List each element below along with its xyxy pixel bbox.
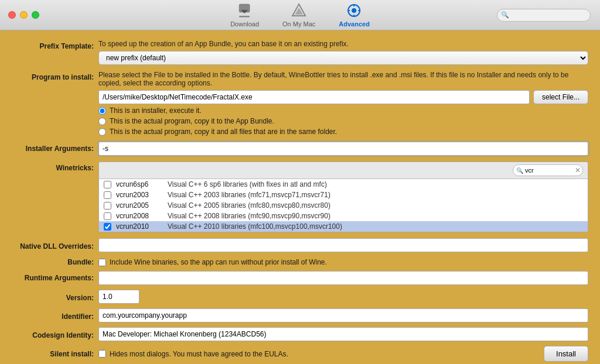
minimize-button[interactable]: [20, 11, 28, 19]
maximize-button[interactable]: [32, 11, 39, 19]
codesign-input[interactable]: [98, 327, 588, 341]
winetricks-search-input[interactable]: [513, 164, 583, 176]
winetricks-list: vcrun6sp6 Visual C++ 6 sp6 libraries (wi…: [99, 179, 588, 232]
wt-item-vcrun2008[interactable]: vcrun2008 Visual C++ 2008 libraries (mfc…: [99, 211, 588, 221]
tab-onmymac-label: On My Mac: [282, 20, 315, 28]
tab-download[interactable]: Download: [219, 0, 271, 31]
svg-rect-2: [240, 16, 250, 18]
radio-copy-folder-input[interactable]: [98, 128, 106, 136]
wt-desc-vcrun2010: Visual C++ 2010 libraries (mfc100,msvcp1…: [168, 222, 342, 231]
bundle-row: Bundle: Include Wine binaries, so the ap…: [12, 258, 588, 266]
prefix-template-row: Prefix Template: To speed up the creatio…: [12, 40, 588, 65]
codesign-row: Codesign Identity:: [12, 327, 588, 341]
close-button[interactable]: [8, 11, 16, 19]
svg-point-6: [352, 8, 357, 13]
wt-checkbox-vcrun2008[interactable]: [104, 212, 111, 220]
wt-checkbox-vcrun2005[interactable]: [104, 202, 111, 210]
file-path-input[interactable]: [98, 90, 530, 104]
wt-desc-vcrun2003: Visual C++ 2003 libraries (mfc71,msvcp71…: [168, 191, 330, 199]
silent-install-content: Hides most dialogs. You must have agreed…: [98, 346, 588, 362]
winetricks-search-bar: ✕: [99, 162, 588, 179]
radio-installer-input[interactable]: [98, 107, 106, 115]
identifier-row: Identifier:: [12, 308, 588, 322]
wt-name-vcrun2010: vcrun2010: [116, 222, 163, 231]
wt-desc-vcrun2005: Visual C++ 2005 libraries (mfc80,msvcp80…: [168, 201, 330, 210]
silent-install-label: Silent install:: [12, 350, 94, 358]
prefix-template-label: Prefix Template:: [12, 40, 94, 50]
codesign-label: Codesign Identity:: [12, 329, 94, 339]
runtime-args-row: Runtime Arguments:: [12, 271, 588, 285]
winetricks-search-clear[interactable]: ✕: [575, 166, 581, 174]
prefix-template-desc: To speed up the creation of an App Bundl…: [98, 40, 588, 48]
silent-checkbox[interactable]: [98, 350, 106, 358]
wt-checkbox-vcrun2003[interactable]: [104, 191, 111, 199]
wt-checkbox-vcrun6sp6[interactable]: [104, 181, 111, 188]
wt-item-vcrun6sp6[interactable]: vcrun6sp6 Visual C++ 6 sp6 libraries (wi…: [99, 179, 588, 190]
program-to-install-row: Program to install: Please select the Fi…: [12, 71, 588, 136]
select-file-button[interactable]: select File...: [533, 90, 588, 104]
search-area: [497, 9, 591, 22]
bundle-checkbox-label[interactable]: Include Wine binaries, so the app can ru…: [98, 258, 327, 266]
native-dll-input[interactable]: [98, 238, 588, 252]
radio-copy-folder[interactable]: This is the actual program, copy it and …: [98, 128, 588, 136]
radio-group: This is an installer, execute it. This i…: [98, 107, 588, 136]
search-wrapper: [497, 9, 591, 22]
wt-item-vcrun2010[interactable]: vcrun2010 Visual C++ 2010 libraries (mfc…: [99, 221, 588, 232]
runtime-args-input[interactable]: [98, 271, 588, 285]
onmymac-icon: [291, 2, 307, 19]
download-icon: [237, 2, 253, 19]
wt-name-vcrun2005: vcrun2005: [116, 201, 163, 210]
winetricks-container: ✕ vcrun6sp6 Visual C++ 6 sp6 libraries (…: [98, 162, 588, 232]
version-input[interactable]: [98, 290, 139, 304]
traffic-lights: [0, 11, 39, 19]
winetricks-label: Winetricks:: [12, 162, 94, 172]
radio-copy-input[interactable]: [98, 118, 106, 125]
titlebar: Download On My Mac: [0, 0, 600, 30]
wt-desc-vcrun6sp6: Visual C++ 6 sp6 libraries (with fixes i…: [168, 180, 327, 188]
tab-advanced-label: Advanced: [339, 20, 370, 28]
radio-copy-folder-label: This is the actual program, copy it and …: [110, 128, 337, 136]
version-row: Version:: [12, 290, 588, 304]
wt-desc-vcrun2008: Visual C++ 2008 libraries (mfc90,msvcp90…: [168, 212, 330, 220]
identifier-input[interactable]: [98, 308, 588, 322]
installer-args-input[interactable]: [98, 142, 588, 156]
wt-checkbox-vcrun2010[interactable]: [104, 223, 111, 231]
install-button[interactable]: Install: [544, 346, 588, 362]
file-row: select File...: [98, 90, 588, 104]
program-to-install-content: Please select the File to be installed i…: [98, 71, 588, 136]
silent-install-row: Silent install: Hides most dialogs. You …: [12, 346, 588, 362]
identifier-content: [98, 308, 588, 322]
bundle-checkbox-text: Include Wine binaries, so the app can ru…: [110, 258, 327, 266]
radio-copy-label: This is the actual program, copy it to t…: [110, 117, 274, 125]
native-dll-content: [98, 238, 588, 252]
installer-args-row: Installer Arguments:: [12, 142, 588, 156]
installer-args-label: Installer Arguments:: [12, 145, 94, 153]
radio-installer[interactable]: This is an installer, execute it.: [98, 107, 588, 115]
codesign-content: [98, 327, 588, 341]
silent-checkbox-text: Hides most dialogs. You must have agreed…: [110, 350, 288, 358]
wt-name-vcrun6sp6: vcrun6sp6: [116, 180, 163, 188]
search-input[interactable]: [497, 9, 591, 22]
silent-checkbox-label[interactable]: Hides most dialogs. You must have agreed…: [98, 350, 288, 358]
tab-download-label: Download: [230, 20, 259, 28]
winetricks-row: Winetricks: ✕ vcrun6sp6 Visual C++ 6 sp6…: [12, 162, 588, 232]
runtime-args-content: [98, 271, 588, 285]
wt-name-vcrun2003: vcrun2003: [116, 191, 163, 199]
program-to-install-desc: Please select the File to be installed i…: [98, 71, 588, 87]
program-to-install-label: Program to install:: [12, 71, 94, 81]
tab-onmymac[interactable]: On My Mac: [271, 0, 327, 31]
bundle-label: Bundle:: [12, 258, 94, 266]
wt-item-vcrun2005[interactable]: vcrun2005 Visual C++ 2005 libraries (mfc…: [99, 200, 588, 211]
wt-name-vcrun2008: vcrun2008: [116, 212, 163, 220]
prefix-template-select[interactable]: new prefix (default): [98, 51, 588, 65]
native-dll-row: Native DLL Overrides:: [12, 238, 588, 252]
runtime-args-label: Runtime Arguments:: [12, 274, 94, 282]
native-dll-label: Native DLL Overrides:: [12, 240, 94, 250]
toolbar-tabs: Download On My Mac: [219, 0, 381, 31]
tab-advanced[interactable]: Advanced: [327, 0, 381, 31]
radio-copy[interactable]: This is the actual program, copy it to t…: [98, 117, 588, 125]
wt-item-vcrun2003[interactable]: vcrun2003 Visual C++ 2003 libraries (mfc…: [99, 190, 588, 200]
winetricks-search-wrapper: ✕: [513, 164, 583, 176]
bundle-checkbox[interactable]: [98, 259, 106, 266]
identifier-label: Identifier:: [12, 310, 94, 321]
